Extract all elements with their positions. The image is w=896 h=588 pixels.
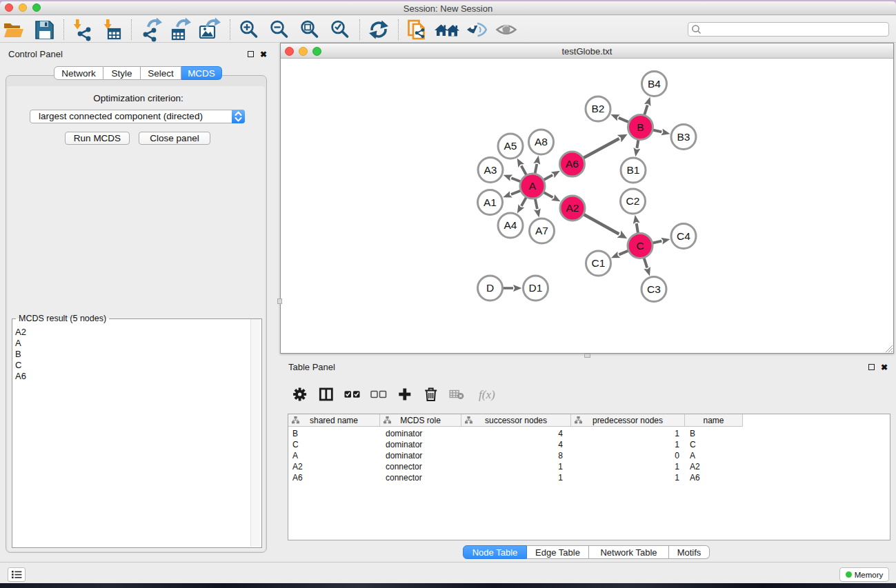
svg-text:D: D [486,282,494,294]
svg-text:A6: A6 [566,158,579,170]
svg-text:C3: C3 [647,283,661,295]
svg-text:A7: A7 [535,225,548,236]
svg-text:A1: A1 [484,196,497,208]
svg-text:C1: C1 [592,257,606,269]
svg-text:A: A [529,180,537,192]
svg-text:B: B [637,121,644,133]
svg-text:B3: B3 [677,131,690,143]
svg-text:B2: B2 [592,103,605,114]
svg-text:B4: B4 [648,78,661,90]
svg-text:C4: C4 [677,230,690,242]
svg-text:D1: D1 [529,282,543,294]
svg-text:A5: A5 [504,140,517,152]
svg-text:C: C [636,240,644,252]
svg-text:A8: A8 [535,136,548,148]
svg-text:A4: A4 [504,219,517,231]
svg-text:A3: A3 [484,164,497,176]
svg-text:C2: C2 [626,195,640,207]
svg-text:B1: B1 [627,164,640,176]
svg-text:A2: A2 [566,202,579,214]
